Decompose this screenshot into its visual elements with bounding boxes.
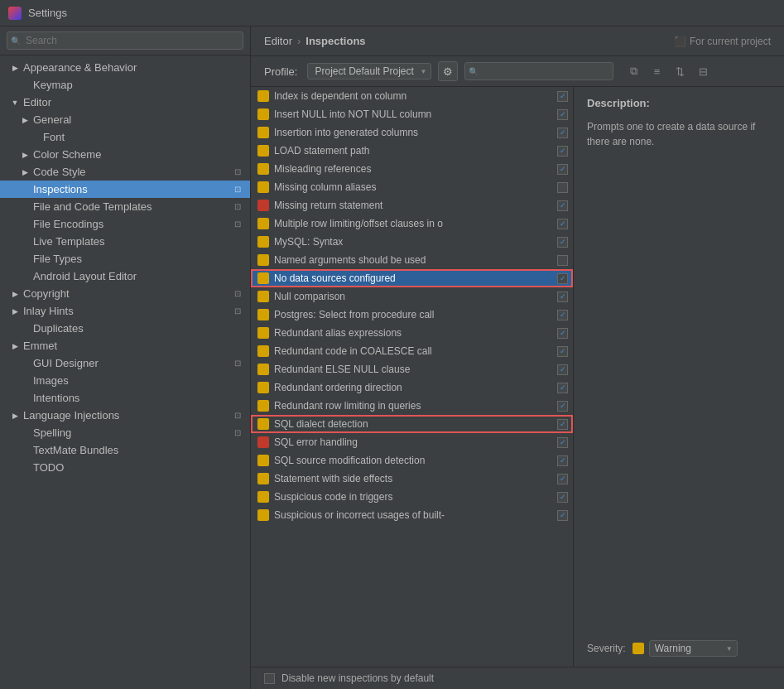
inspection-checkbox[interactable] bbox=[557, 492, 568, 503]
inspection-checkbox[interactable] bbox=[557, 91, 568, 102]
inspection-checkbox[interactable] bbox=[557, 364, 568, 375]
layout-icon[interactable]: ⊟ bbox=[693, 61, 713, 81]
inspection-checkbox[interactable] bbox=[557, 328, 568, 339]
inspection-checkbox[interactable] bbox=[557, 164, 568, 175]
sidebar-item-copyright[interactable]: Copyright⊡ bbox=[0, 285, 250, 302]
sidebar: Appearance & BehaviorKeymapEditorGeneral… bbox=[0, 26, 251, 689]
sidebar-item-fileencodings[interactable]: File Encodings⊡ bbox=[0, 215, 250, 233]
table-row[interactable]: Suspicious code in triggers bbox=[251, 488, 573, 506]
inspection-checkbox[interactable] bbox=[557, 510, 568, 521]
inspection-checkbox[interactable] bbox=[557, 383, 568, 393]
table-row[interactable]: Null comparison bbox=[251, 287, 573, 306]
table-row[interactable]: Redundant ELSE NULL clause bbox=[251, 360, 573, 378]
inspection-label: Insert NULL into NOT NULL column bbox=[274, 108, 552, 120]
expand-icon[interactable]: ≡ bbox=[647, 61, 666, 81]
severity-dropdown[interactable]: Warning Error Info Weak Warning bbox=[649, 640, 738, 657]
inspection-search-input[interactable] bbox=[464, 62, 613, 80]
sidebar-item-colorscheme[interactable]: Color Scheme bbox=[0, 146, 250, 163]
table-row[interactable]: Postgres: Select from procedure call bbox=[251, 306, 573, 324]
table-row[interactable]: Multiple row limiting/offset clauses in … bbox=[251, 214, 573, 233]
sidebar-icon-fileencodings: ⊡ bbox=[232, 219, 243, 230]
filter-icon[interactable]: ⧉ bbox=[623, 61, 643, 81]
sidebar-item-inspections[interactable]: Inspections⊡ bbox=[0, 181, 250, 198]
inspection-label: MySQL: Syntax bbox=[274, 236, 552, 248]
table-row[interactable]: Insertion into generated columns bbox=[251, 123, 573, 142]
inspection-checkbox[interactable] bbox=[557, 146, 568, 157]
inspection-checkbox[interactable] bbox=[557, 419, 568, 430]
inspection-checkbox[interactable] bbox=[557, 455, 568, 466]
table-row[interactable]: No data sources configured bbox=[251, 269, 573, 287]
sidebar-item-intentions[interactable]: Intentions bbox=[0, 389, 250, 407]
inspection-checkbox[interactable] bbox=[557, 255, 568, 266]
table-row[interactable]: Redundant alias expressions bbox=[251, 324, 573, 342]
sidebar-item-general[interactable]: General bbox=[0, 111, 250, 128]
inspection-checkbox[interactable] bbox=[557, 237, 568, 248]
inspection-checkbox[interactable] bbox=[557, 292, 568, 302]
sidebar-icon-spelling: ⊡ bbox=[232, 427, 243, 439]
collapse-icon[interactable]: ⇅ bbox=[670, 61, 690, 81]
sidebar-item-textmatebundles[interactable]: TextMate Bundles bbox=[0, 441, 250, 459]
inspection-checkbox[interactable] bbox=[557, 310, 568, 320]
sidebar-item-fileandcode[interactable]: File and Code Templates⊡ bbox=[0, 198, 250, 215]
sidebar-label-editor: Editor bbox=[23, 96, 243, 108]
inspection-checkbox[interactable] bbox=[557, 200, 568, 211]
project-icon: ⬛ bbox=[674, 36, 686, 47]
table-row[interactable]: Missing return statement bbox=[251, 196, 573, 214]
sidebar-item-emmet[interactable]: Emmet bbox=[0, 337, 250, 354]
sidebar-search-input[interactable] bbox=[7, 31, 243, 50]
expand-arrow-codestyle bbox=[20, 167, 30, 177]
inspection-checkbox[interactable] bbox=[557, 437, 568, 448]
sidebar-item-androidlayout[interactable]: Android Layout Editor bbox=[0, 267, 250, 285]
table-row[interactable]: SQL source modification detection bbox=[251, 451, 573, 470]
gear-button[interactable]: ⚙ bbox=[438, 61, 458, 81]
severity-label: Severity: bbox=[587, 643, 626, 654]
table-row[interactable]: Suspicious or incorrect usages of built- bbox=[251, 506, 573, 524]
inspection-checkbox[interactable] bbox=[557, 346, 568, 357]
sidebar-item-keymap[interactable]: Keymap bbox=[0, 76, 250, 94]
table-row[interactable]: Statement with side effects bbox=[251, 470, 573, 488]
inspection-checkbox[interactable] bbox=[557, 401, 568, 412]
sidebar-item-todo[interactable]: TODO bbox=[0, 459, 250, 476]
expand-arrow-general bbox=[20, 115, 30, 125]
sidebar-item-appearance[interactable]: Appearance & Behavior bbox=[0, 59, 250, 76]
table-row[interactable]: Redundant ordering direction bbox=[251, 378, 573, 397]
inspection-checkbox[interactable] bbox=[557, 109, 568, 120]
table-row[interactable]: Named arguments should be used bbox=[251, 251, 573, 269]
table-row[interactable]: SQL error handling bbox=[251, 433, 573, 451]
sidebar-item-duplicates[interactable]: Duplicates bbox=[0, 320, 250, 337]
table-row[interactable]: MySQL: Syntax bbox=[251, 233, 573, 251]
sidebar-item-spelling[interactable]: Spelling⊡ bbox=[0, 424, 250, 441]
sidebar-item-inlayhints[interactable]: Inlay Hints⊡ bbox=[0, 302, 250, 320]
sidebar-item-livetemplates[interactable]: Live Templates bbox=[0, 233, 250, 250]
inspection-label: Suspicious or incorrect usages of built- bbox=[274, 509, 552, 521]
table-row[interactable]: Index is dependent on column bbox=[251, 87, 573, 105]
sidebar-item-filetypes[interactable]: File Types bbox=[0, 250, 250, 267]
severity-dot bbox=[257, 181, 269, 193]
inspection-label: Postgres: Select from procedure call bbox=[274, 309, 552, 320]
sidebar-item-font[interactable]: Font bbox=[0, 128, 250, 146]
table-row[interactable]: Redundant code in COALESCE call bbox=[251, 342, 573, 360]
sidebar-item-editor[interactable]: Editor bbox=[0, 94, 250, 111]
table-row[interactable]: Redundant row limiting in queries bbox=[251, 397, 573, 415]
profile-select[interactable]: Project Default Project bbox=[307, 63, 431, 80]
sidebar-item-guidesigner[interactable]: GUI Designer⊡ bbox=[0, 354, 250, 372]
sidebar-item-langinjections[interactable]: Language Injections⊡ bbox=[0, 407, 250, 424]
inspection-checkbox[interactable] bbox=[557, 182, 568, 193]
inspection-label: Redundant row limiting in queries bbox=[274, 400, 552, 412]
table-row[interactable]: Insert NULL into NOT NULL column bbox=[251, 105, 573, 123]
right-panel: Editor › Inspections ⬛ For current proje… bbox=[251, 26, 784, 689]
sidebar-item-codestyle[interactable]: Code Style⊡ bbox=[0, 163, 250, 181]
table-row[interactable]: LOAD statement path bbox=[251, 142, 573, 160]
inspection-checkbox[interactable] bbox=[557, 273, 568, 284]
inspection-checkbox[interactable] bbox=[557, 219, 568, 229]
inspection-checkbox[interactable] bbox=[557, 474, 568, 484]
expand-arrow-copyright bbox=[10, 289, 20, 299]
disable-inspections-checkbox[interactable] bbox=[264, 673, 275, 684]
table-row[interactable]: Missing column aliases bbox=[251, 178, 573, 196]
sidebar-item-images[interactable]: Images bbox=[0, 372, 250, 389]
inspection-checkbox[interactable] bbox=[557, 128, 568, 138]
table-row[interactable]: Misleading references bbox=[251, 160, 573, 178]
sidebar-label-keymap: Keymap bbox=[33, 79, 243, 91]
severity-select-wrap: Warning Error Info Weak Warning bbox=[632, 640, 738, 657]
table-row[interactable]: SQL dialect detection bbox=[251, 415, 573, 433]
